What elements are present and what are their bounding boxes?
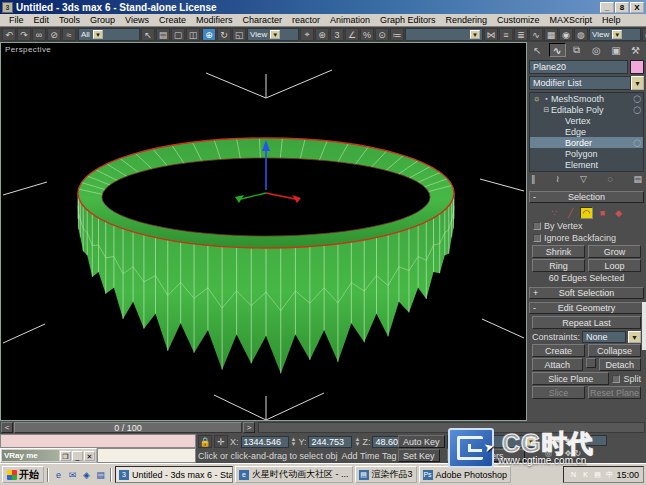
detach-button[interactable]: Detach <box>599 358 641 371</box>
quick-render-icon[interactable]: ◍ <box>642 28 646 41</box>
edge-subobject-icon[interactable]: ╱ <box>564 207 577 219</box>
motion-tab[interactable]: ◎ <box>588 43 605 57</box>
key-filters-button[interactable]: Key Filters... <box>447 449 525 462</box>
select-and-manipulate-icon[interactable]: ⊛ <box>315 28 329 41</box>
soft-selection-rollout-header[interactable]: + Soft Selection <box>529 287 644 299</box>
menu-views[interactable]: Views <box>120 15 154 25</box>
create-tab[interactable]: ↖ <box>529 43 546 57</box>
unlink-selection-icon[interactable]: ⊘ <box>47 28 61 41</box>
stack-row-edge[interactable]: Edge <box>530 126 643 137</box>
element-subobject-icon[interactable]: ◆ <box>612 207 625 219</box>
grow-button[interactable]: Grow <box>588 245 641 258</box>
menu-customize[interactable]: Customize <box>492 15 545 25</box>
listener-input-line[interactable] <box>97 448 196 463</box>
menu-modifiers[interactable]: Modifiers <box>191 15 238 25</box>
task-photoshop[interactable]: PsAdobe Photoshop <box>419 466 512 483</box>
spinner-snap-icon[interactable]: ⊙ <box>375 28 389 41</box>
collapse-button[interactable]: Collapse <box>588 344 641 357</box>
prev-key-icon[interactable]: ◄ <box>563 436 571 445</box>
key-mode-dropdown[interactable]: Selected▼ <box>447 435 539 448</box>
angle-snap-icon[interactable]: ∠ <box>345 28 359 41</box>
use-pivot-point-icon[interactable]: ⌖ <box>300 28 314 41</box>
task-browser[interactable]: e火星时代动画大社区 - ... <box>235 466 353 483</box>
quicklaunch-media-icon[interactable]: ◈ <box>80 468 93 481</box>
make-unique-icon[interactable]: ▽ <box>580 174 587 188</box>
menu-group[interactable]: Group <box>85 15 120 25</box>
restore-icon[interactable]: ❐ <box>60 451 71 461</box>
selection-rollout-header[interactable]: - Selection <box>529 191 644 203</box>
auto-key-button[interactable]: Auto Key <box>398 435 445 448</box>
rect-selection-region-icon[interactable]: ▢ <box>171 28 185 41</box>
edit-geometry-rollout-header[interactable]: - Edit Geometry <box>529 302 644 314</box>
named-selection-sets-icon[interactable]: ≔ <box>390 28 404 41</box>
stack-row-border[interactable]: Border ◯ <box>530 137 643 148</box>
menu-create[interactable]: Create <box>154 15 191 25</box>
go-to-start-icon[interactable]: ◄◄ <box>545 436 561 445</box>
render-scene-icon[interactable]: ◍ <box>574 28 588 41</box>
menu-edit[interactable]: Edit <box>29 15 55 25</box>
polygon-subobject-icon[interactable]: ■ <box>596 207 609 219</box>
modify-tab[interactable]: ∿ <box>549 43 566 57</box>
quicklaunch-ie-icon[interactable]: e <box>52 468 65 481</box>
menu-maxscript[interactable]: MAXScript <box>545 15 598 25</box>
select-by-name-icon[interactable]: ▤ <box>156 28 170 41</box>
loop-button[interactable]: Loop <box>588 259 641 272</box>
close-icon[interactable]: ✕ <box>84 451 95 461</box>
utilities-tab[interactable]: ⚒ <box>627 43 644 57</box>
attach-list-button[interactable] <box>586 358 596 368</box>
menu-file[interactable]: File <box>4 15 29 25</box>
select-and-rotate-icon[interactable]: ↻ <box>217 28 231 41</box>
add-time-tag[interactable]: Add Time Tag <box>342 451 397 461</box>
stack-row-meshsmooth[interactable]: ☼ ▪ MeshSmooth ◯ <box>530 93 643 104</box>
zoom-icon[interactable]: ◎ <box>545 449 552 458</box>
layer-manager-icon[interactable]: ≣ <box>514 28 528 41</box>
curve-editor-icon[interactable]: ∿ <box>529 28 543 41</box>
absolute-mode-icon[interactable]: ✛ <box>214 435 228 448</box>
schematic-view-icon[interactable]: ▦ <box>544 28 558 41</box>
align-icon[interactable]: ≡ <box>499 28 513 41</box>
selection-filter-dropdown[interactable]: All▼ <box>78 28 140 41</box>
maximize-button[interactable]: 8 <box>615 2 629 13</box>
object-color-swatch[interactable] <box>630 60 644 74</box>
task-render[interactable]: ▤渲染作品3 <box>355 466 417 483</box>
render-type-dropdown[interactable]: View▼ <box>589 28 641 41</box>
vray-message-window[interactable]: VRay me ❐ _ ✕ <box>0 448 97 463</box>
hierarchy-tab[interactable]: ⧉ <box>568 43 585 57</box>
menu-help[interactable]: Help <box>597 15 626 25</box>
mirror-icon[interactable]: ⋈ <box>484 28 498 41</box>
minimize-icon[interactable]: _ <box>72 451 83 461</box>
panel-scrollbar[interactable] <box>642 302 646 350</box>
show-end-result-icon[interactable]: ≀ <box>556 174 559 188</box>
select-and-link-icon[interactable]: ∞ <box>32 28 46 41</box>
by-vertex-checkbox[interactable] <box>533 222 541 230</box>
stack-row-polygon[interactable]: Polygon <box>530 148 643 159</box>
remove-modifier-icon[interactable]: ◌ <box>608 174 613 188</box>
stack-row-vertex[interactable]: Vertex <box>530 115 643 126</box>
play-icon[interactable]: ► <box>573 436 581 445</box>
object-name-field[interactable]: Plane20 <box>529 60 628 74</box>
reference-coordinate-dropdown[interactable]: View▼ <box>247 28 299 41</box>
configure-modifier-sets-icon[interactable]: ▤ <box>633 174 642 188</box>
viewport-label[interactable]: Perspective <box>5 45 51 54</box>
set-key-button[interactable]: Set Key <box>398 449 440 462</box>
material-editor-icon[interactable]: ◉ <box>559 28 573 41</box>
start-button[interactable]: 开始 <box>2 466 44 483</box>
chevron-down-icon[interactable]: ▼ <box>631 76 644 90</box>
current-frame-field[interactable]: 0 <box>583 435 607 446</box>
bind-to-spacewarp-icon[interactable]: ≈ <box>62 28 76 41</box>
slice-plane-button[interactable]: Slice Plane <box>532 372 609 385</box>
x-coordinate-field[interactable]: 1344.546 <box>241 436 289 448</box>
ring-button[interactable]: Ring <box>532 259 585 272</box>
select-and-scale-icon[interactable]: ◱ <box>232 28 246 41</box>
window-crossing-icon[interactable]: ◫ <box>186 28 200 41</box>
quicklaunch-desktop-icon[interactable]: ▤ <box>94 468 107 481</box>
zoom-all-icon[interactable]: ⊞ <box>555 449 562 458</box>
menu-rendering[interactable]: Rendering <box>441 15 493 25</box>
stack-row-editable-poly[interactable]: ⊟ Editable Poly ◯ <box>530 104 643 115</box>
constraints-dropdown[interactable]: None <box>582 331 626 343</box>
vertex-subobject-icon[interactable]: ∵ <box>548 207 561 219</box>
pin-stack-icon[interactable]: ∥ <box>531 174 536 188</box>
split-checkbox[interactable] <box>612 375 620 383</box>
undo-icon[interactable]: ↶ <box>2 28 16 41</box>
track-bar[interactable] <box>258 422 645 433</box>
